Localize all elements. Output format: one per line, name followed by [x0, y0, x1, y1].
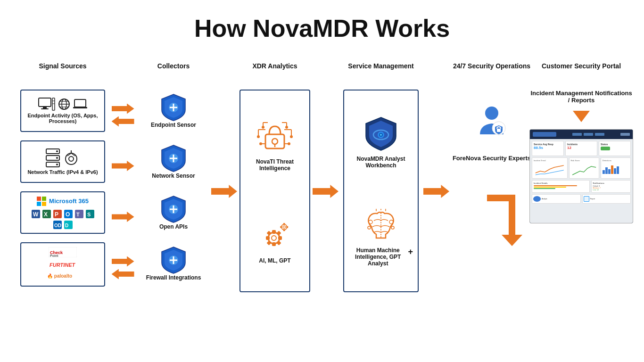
svg-text:D: D — [65, 223, 68, 228]
portal-bar-4 — [611, 165, 613, 174]
svg-rect-82 — [272, 230, 276, 234]
svg-rect-2 — [41, 108, 49, 109]
endpoint-activity-box: Endpoint Activity (OS, Apps, Processes) — [20, 90, 105, 132]
portal-status-badge — [601, 147, 610, 150]
portal-chart-1 — [534, 163, 566, 176]
svg-point-102 — [368, 226, 371, 229]
svg-point-14 — [56, 150, 58, 152]
incident-management-label: Incident Management Notifications / Repo… — [529, 90, 633, 104]
excel-icon: X — [42, 210, 51, 218]
shield-firewall-icon — [161, 246, 186, 274]
portal-detail-bar-1 — [534, 185, 577, 186]
server-icon — [46, 148, 60, 167]
svg-text:X: X — [44, 211, 48, 218]
svg-point-79 — [285, 126, 288, 129]
portal-arrow-down — [573, 111, 590, 122]
svg-rect-11 — [74, 99, 86, 107]
portal-report-icon — [584, 196, 589, 202]
firewall-box: Check Point FURTINET 🔥 paloalto — [20, 242, 105, 287]
portal-bar-2 — [605, 167, 608, 174]
bend-arrow-v — [509, 195, 515, 237]
main-layout: Signal Sources — [0, 52, 644, 304]
collector-network: Network Sensor — [152, 140, 195, 191]
arrow-slot-3 — [112, 191, 134, 242]
svg-point-81 — [272, 236, 276, 240]
secops-column: 24/7 Security Operations ForeNova Securi… — [449, 57, 534, 247]
svg-rect-85 — [278, 236, 282, 240]
service-to-secops-arrow — [423, 57, 449, 293]
microsoft-logo-icon — [37, 197, 46, 206]
fortinet-logo-icon: FURTINET — [49, 260, 77, 269]
collector-openapi: Open APIs — [159, 191, 188, 242]
svg-text:🔥 paloalto: 🔥 paloalto — [47, 273, 72, 279]
big-arrow-to-secops — [423, 185, 449, 198]
svg-text:T: T — [76, 212, 80, 217]
portal-bar-5 — [614, 168, 616, 174]
svg-rect-26 — [37, 202, 41, 206]
portal-detail-label-1: Incident Details — [534, 182, 588, 184]
portal-metric-value-1: 88.5s — [534, 146, 562, 150]
collector-to-xdr-arrow — [211, 57, 237, 293]
onedrive-icon: OD — [53, 221, 62, 229]
svg-point-100 — [369, 220, 372, 224]
svg-text:O: O — [66, 211, 70, 218]
globe-icon — [58, 98, 70, 110]
arrow-slot-1 — [112, 90, 134, 140]
portal-screenshot: Service Avg Resp 88.5s Incidents 12 Stat… — [529, 129, 633, 223]
portal-chart-label-3: Detections — [603, 159, 629, 162]
portal-avatar-1 — [533, 196, 541, 202]
portal-metric-value-2: 12 — [567, 146, 595, 150]
svg-rect-95 — [286, 226, 288, 228]
portal-metric-label-3: Status — [601, 143, 629, 146]
svg-rect-24 — [37, 197, 41, 201]
svg-rect-84 — [266, 236, 270, 240]
teams-icon: T — [75, 210, 83, 218]
collector-endpoint: Endpoint Sensor — [151, 90, 196, 140]
portal-report-text: Report — [590, 198, 595, 200]
svg-point-66 — [257, 135, 260, 138]
arrow-right-4 — [112, 256, 134, 267]
portal-logo-bar — [533, 132, 556, 137]
arrow-right-2 — [112, 161, 134, 171]
signal-sources-header: Signal Sources — [39, 57, 86, 75]
svg-rect-12 — [73, 107, 87, 108]
paloalto-logo-icon: 🔥 paloalto — [46, 272, 79, 280]
novamdr-shield-icon — [362, 115, 400, 153]
portal-nav-2 — [584, 133, 593, 136]
svg-rect-89 — [277, 231, 281, 236]
svg-point-76 — [262, 126, 264, 129]
svg-rect-3 — [52, 98, 55, 110]
svg-text:S: S — [87, 212, 91, 217]
svg-point-16 — [56, 157, 58, 159]
portal-chart-2 — [571, 163, 597, 176]
shield-network-icon — [161, 144, 186, 173]
checkpoint-logo-icon: Check Point — [49, 247, 77, 257]
shield-endpoint-icon — [161, 93, 186, 122]
portal-detail-bar-2 — [534, 187, 566, 188]
service-header: Service Management — [348, 57, 413, 75]
sharepoint-icon: S — [86, 210, 94, 218]
laptop-icon — [73, 99, 87, 109]
service-hmi-item: Human Machine Intelligence, GPT Analyst … — [349, 209, 413, 267]
portal-item: Incident Management Notifications / Repo… — [529, 90, 633, 223]
big-arrow-to-service — [313, 185, 339, 198]
svg-rect-88 — [267, 241, 272, 246]
xdr-to-service-arrow — [313, 57, 339, 293]
xdr-header: XDR Analytics — [252, 57, 297, 75]
svg-point-18 — [56, 164, 58, 165]
arrow-left-4 — [112, 269, 134, 280]
svg-rect-83 — [272, 242, 276, 246]
svg-text:Point: Point — [50, 254, 58, 257]
defender-icon: D — [64, 221, 73, 229]
svg-point-69 — [290, 135, 293, 138]
network-sensor-label: Network Sensor — [152, 173, 195, 179]
xdr-box: NovaTI Threat Intelligence — [239, 90, 310, 292]
svg-rect-1 — [43, 107, 47, 108]
svg-point-71 — [259, 142, 262, 145]
svg-rect-109 — [497, 129, 501, 132]
arrow-left-1 — [112, 116, 134, 127]
xdr-ai-item: AI, ML, GPT — [256, 222, 294, 264]
threat-intel-icon — [256, 118, 294, 156]
svg-rect-92 — [283, 223, 285, 225]
svg-rect-93 — [283, 229, 285, 231]
